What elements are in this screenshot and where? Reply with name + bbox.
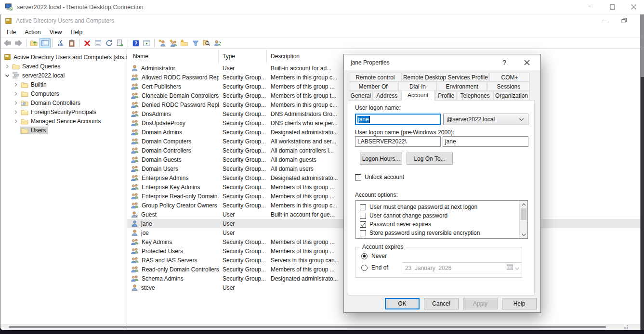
back-icon[interactable]	[2, 38, 13, 48]
tab-telephones[interactable]: Telephones	[458, 91, 492, 100]
rdp-maximize-button[interactable]	[602, 0, 622, 14]
menu-file[interactable]: File	[2, 28, 20, 37]
horizontal-scrollbar[interactable]	[0, 324, 640, 330]
tab-address[interactable]: Address	[374, 91, 400, 100]
expiry-date-picker[interactable]: 23 January 2026	[402, 262, 522, 273]
scroll-up-icon[interactable]	[520, 201, 527, 208]
unlock-account-row[interactable]: Unlock account	[355, 174, 404, 180]
expand-icon[interactable]	[12, 82, 20, 87]
dialog-help-button[interactable]: ?	[496, 54, 513, 70]
tab-sessions[interactable]: Sessions	[487, 82, 530, 91]
tree-item-active-directory-users-and-com[interactable]: Active Directory Users and Computers [sb…	[0, 52, 127, 62]
properties-icon[interactable]	[92, 38, 104, 48]
rdp-minimize-button[interactable]	[580, 0, 601, 14]
find-icon[interactable]	[201, 38, 212, 48]
tree-item-label: Active Directory Users and Computers [sb…	[13, 54, 127, 61]
forward-icon[interactable]	[13, 38, 24, 48]
column-header-type[interactable]: Type	[219, 49, 267, 64]
option-checkbox[interactable]	[360, 204, 366, 210]
new-ou-icon[interactable]	[179, 38, 190, 48]
show-tree-icon[interactable]	[39, 38, 51, 48]
tree-item-users[interactable]: Users	[0, 126, 127, 135]
help-button[interactable]: Help	[502, 298, 537, 309]
menu-view[interactable]: View	[45, 28, 66, 37]
tab-remote-desktop-services-profile[interactable]: Remote Desktop Services Profile	[403, 73, 489, 82]
tab-remote-control[interactable]: Remote control	[349, 73, 402, 82]
option-checkbox[interactable]	[360, 221, 366, 228]
console-window-icon[interactable]	[141, 38, 152, 48]
end-of-radio[interactable]	[361, 265, 368, 271]
expand-icon[interactable]	[12, 91, 20, 96]
tree-item-domain-controllers[interactable]: Domain Controllers	[0, 98, 127, 107]
expand-icon[interactable]	[3, 64, 11, 69]
option-checkbox[interactable]	[360, 230, 366, 236]
option-checkbox[interactable]	[360, 213, 366, 219]
expand-icon[interactable]	[12, 101, 20, 105]
refresh-icon[interactable]	[104, 38, 115, 48]
set-account-icon[interactable]	[212, 38, 223, 48]
cut-icon[interactable]	[55, 38, 66, 48]
collapse-icon[interactable]	[3, 73, 11, 78]
tree-item-foreignsecurityprincipals[interactable]: ForeignSecurityPrincipals	[0, 107, 127, 116]
expand-icon[interactable]	[12, 119, 20, 124]
option-row[interactable]: Store password using reversible encrypti…	[360, 229, 527, 237]
tab-com-[interactable]: COM+	[489, 73, 530, 82]
option-row[interactable]: User cannot change password	[360, 211, 527, 220]
menu-help[interactable]: Help	[66, 28, 87, 37]
expires-endof-row[interactable]: End of:	[361, 264, 390, 271]
tab-member-of[interactable]: Member Of	[349, 82, 397, 91]
paste-icon[interactable]	[66, 38, 77, 48]
apply-button[interactable]: Apply	[463, 298, 498, 309]
tree-item-managed-service-accounts[interactable]: Managed Service Accounts	[0, 116, 127, 126]
delete-icon[interactable]	[81, 38, 92, 48]
tab-profile[interactable]: Profile	[435, 91, 457, 100]
object-name: RAS and IAS Servers	[142, 257, 197, 264]
pre2000-name-input[interactable]: jane	[443, 136, 528, 147]
new-user-icon[interactable]	[157, 38, 168, 48]
user-logon-name-input[interactable]: jane	[355, 114, 441, 125]
pre2000-domain-input[interactable]: LABSERVER2022\	[355, 136, 441, 147]
tree-item-saved-queries[interactable]: Saved Queries	[0, 62, 127, 71]
upn-suffix-dropdown[interactable]: @server2022.local	[443, 114, 528, 125]
aduc-minimize-button[interactable]	[596, 14, 612, 27]
horizontal-scrollbar-thumb[interactable]	[9, 326, 606, 328]
resize-grip[interactable]	[622, 325, 629, 330]
tab-account[interactable]: Account	[401, 90, 435, 101]
options-scrollbar-thumb[interactable]	[521, 208, 526, 220]
tree-item-builtin[interactable]: Builtin	[0, 80, 127, 89]
group-icon	[131, 174, 139, 181]
scroll-down-icon[interactable]	[520, 231, 527, 238]
option-row[interactable]: User must change password at next logon	[360, 203, 527, 211]
tab-organization[interactable]: Organization	[493, 91, 530, 100]
folder-icon	[21, 109, 28, 116]
tree-item-computers[interactable]: Computers	[0, 89, 127, 98]
help-icon[interactable]: ?	[130, 38, 141, 48]
expires-never-row[interactable]: Never	[361, 253, 387, 259]
ok-button[interactable]: OK	[385, 298, 420, 309]
export-list-icon[interactable]	[115, 38, 126, 48]
menu-action[interactable]: Action	[20, 28, 45, 37]
console-tree-pane[interactable]: Active Directory Users and Computers [sb…	[0, 49, 127, 324]
cancel-button[interactable]: Cancel	[424, 298, 459, 309]
aduc-window-title: Active Directory Users and Computers	[16, 17, 114, 24]
unlock-account-checkbox[interactable]	[355, 174, 361, 180]
folder-up-icon[interactable]	[28, 38, 39, 48]
account-tab-page: User logon name: jane @server2022.local …	[348, 100, 535, 295]
never-radio[interactable]	[361, 253, 368, 259]
log-on-to-button[interactable]: Log On To...	[407, 153, 453, 165]
aduc-restore-button[interactable]	[616, 14, 632, 27]
account-options-listbox[interactable]: User must change password at next logonU…	[355, 200, 528, 239]
column-header-name[interactable]: Name	[127, 49, 219, 64]
logon-hours-button[interactable]: Logon Hours...	[360, 153, 402, 165]
option-row[interactable]: Password never expires	[360, 220, 527, 229]
tab-environment[interactable]: Environment	[438, 82, 486, 91]
expand-icon[interactable]	[12, 110, 20, 115]
rdp-close-button[interactable]	[623, 0, 644, 14]
tab-general[interactable]: General	[349, 91, 373, 100]
dialog-close-button[interactable]	[517, 54, 537, 70]
filter-icon[interactable]	[190, 38, 201, 48]
tree-item-server2022-local[interactable]: server2022.local	[0, 71, 127, 80]
new-group-icon[interactable]	[168, 38, 179, 48]
group-icon	[131, 147, 139, 154]
options-scrollbar[interactable]	[519, 201, 527, 238]
